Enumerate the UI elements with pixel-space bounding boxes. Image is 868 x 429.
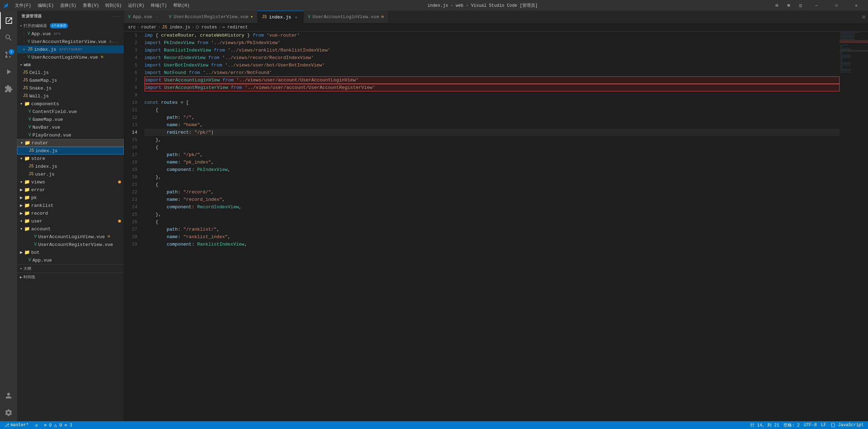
sidebar-item-store-index[interactable]: JS index.js [17,162,124,170]
menu-bar[interactable]: 文件(F)编辑(E)选择(S)查看(V)转到(G)运行(R)终端(T)帮助(H) [12,2,192,9]
code-line[interactable]: component: RanklistIndexView, [144,241,840,248]
menu-item[interactable]: 查看(V) [80,2,102,9]
search-activity-icon[interactable] [0,29,17,46]
code-line[interactable]: path: "/pk/", [144,151,840,159]
code-line[interactable]: path: "/ranklist/", [144,226,840,233]
menu-item[interactable]: 终端(T) [148,2,170,9]
maximize-button[interactable]: ❐ [828,0,845,11]
code-line[interactable]: import RecordIndexView from '../views/re… [144,54,840,61]
layout-btn2[interactable]: ⊠ [785,2,793,9]
tab-close-button[interactable]: · [154,14,160,20]
sidebar-item-contentfield[interactable]: V ContentField.vue [17,108,124,116]
code-line[interactable]: import UserAccountLoginView from '../vie… [144,76,840,84]
code-line[interactable]: import PkIndexView from '../views/pk/PkI… [144,39,840,47]
code-line[interactable]: }, [144,136,840,144]
code-line[interactable]: const routes = [ [144,99,840,106]
sidebar-item-registerview[interactable]: V UserAccountRegisterView.vue [17,241,124,248]
sidebar-folder-ranklist[interactable]: ▶ 📁 ranklist [17,202,124,209]
language-mode[interactable]: {} JavaScript [829,423,865,428]
sidebar-folder-account[interactable]: ▾ 📁 account [17,225,124,233]
sidebar-item-user-js[interactable]: JS user.js [17,170,124,178]
code-line[interactable]: name: "home", [144,121,840,129]
sidebar-folder-views[interactable]: ▾ 📁 views [17,178,124,186]
accounts-activity-icon[interactable] [0,387,17,404]
tab-app-vue[interactable]: V App.vue · [124,11,165,23]
close-icon[interactable]: · [23,39,25,44]
code-line[interactable]: import UserAccountRegisterView from '../… [144,84,840,91]
outline-toggle[interactable]: ▾ 大纲 [17,264,124,273]
open-file-login[interactable]: · V UserAccountLoginView.vue M [17,53,124,61]
code-line[interactable]: path: "/record/", [144,188,840,196]
sidebar-item-indexjs-router[interactable]: JS index.js [17,147,124,155]
layout-btn[interactable]: ⊟ [773,2,781,9]
open-file-indexjs[interactable]: ✕ JS index.js src\router [17,45,124,53]
timeline-toggle[interactable]: ▶ 时间线 [17,273,124,281]
menu-item[interactable]: 选择(S) [57,2,79,9]
menu-item[interactable]: 转到(G) [102,2,125,9]
sidebar-more-button[interactable]: ··· [112,14,120,18]
code-line[interactable]: import NotFound from '../views/error/Not… [144,69,840,76]
settings-activity-icon[interactable] [0,404,17,421]
sidebar-item-loginview[interactable]: V UserAccountLoginView.vue M [17,233,124,241]
code-line[interactable]: }, [144,211,840,218]
code-line[interactable]: name: "record_index", [144,196,840,203]
extensions-activity-icon[interactable] [0,80,17,97]
code-line[interactable]: imp { createRouter, createWebHistory } f… [144,32,840,39]
open-file-app-vue[interactable]: · V App.vue src [17,30,124,38]
tab-close-button[interactable]: ✕ [293,14,299,20]
close-icon[interactable]: · [23,55,25,60]
explorer-activity-icon[interactable] [0,12,17,29]
errors-status[interactable]: ⊘ 0 △ 0 ⊙ 3 [43,421,74,429]
breadcrumb-redirect[interactable]: ↪ redirect [222,25,248,30]
sync-status[interactable]: ↺ [33,421,39,429]
breadcrumb-src[interactable]: src [128,25,136,30]
encoding[interactable]: UTF-8 [803,423,818,428]
code-line[interactable]: component: RecordIndexView, [144,203,840,211]
menu-item[interactable]: 编辑(E) [35,2,57,9]
code-line[interactable]: path: "/", [144,114,840,121]
sidebar-item-gamemap-js[interactable]: JS GameMap.js [17,76,124,84]
code-line[interactable]: }, [144,173,840,181]
minimize-button[interactable]: — [808,0,825,11]
sidebar-folder-router[interactable]: ▾ 📁 router [17,139,124,147]
layout-btn3[interactable]: ◫ [796,2,805,9]
code-line[interactable]: import RanklistIndexView from '../views/… [144,47,840,54]
sidebar-item-app-vue[interactable]: V App.vue [17,256,124,264]
code-line[interactable]: { [144,106,840,114]
source-control-activity-icon[interactable]: 2 [0,46,17,63]
sidebar-folder-user[interactable]: ▾ 📁 user [17,217,124,225]
breadcrumb-indexjs[interactable]: JS index.js [162,25,190,30]
sidebar-item-wall-js[interactable]: JS Wall.js [17,92,124,100]
code-line[interactable]: { [144,144,840,151]
sidebar-folder-pk[interactable]: ▶ 📁 pk [17,194,124,202]
code-line[interactable]: component: PkIndexView, [144,166,840,173]
code-content[interactable]: imp { createRouter, createWebHistory } f… [142,32,840,421]
tab-login-vue[interactable]: V UserAccountLoginView.vue M [304,11,388,23]
sidebar-scroll[interactable]: ▾ 打开的编辑器 1个未保存 · V App.vue src · V UserA… [17,22,124,421]
sidebar-folder-record[interactable]: ▶ 📁 record [17,209,124,217]
breadcrumb-router[interactable]: router [141,25,157,30]
breadcrumb-routes[interactable]: ⬡ routes [196,25,217,30]
tab-indexjs[interactable]: JS index.js ✕ [258,11,304,23]
menu-item[interactable]: 运行(R) [125,2,147,9]
code-line[interactable]: name: "pk_index", [144,159,840,166]
menu-item[interactable]: 帮助(H) [170,2,192,9]
code-line[interactable]: name: "ranklist_index", [144,233,840,241]
web-folder-title[interactable]: ▾ WEB [17,61,124,69]
code-line[interactable]: { [144,181,840,188]
code-editor[interactable]: 1234567891011121314151617181920212223242… [124,32,868,421]
sidebar-item-gamemap-vue[interactable]: V GameMap.vue [17,116,124,123]
sidebar-item-playground[interactable]: V PlayGround.vue [17,131,124,139]
cursor-position[interactable]: 行 14, 列 21 [749,422,781,428]
code-line[interactable]: import UserBotIndexView from '../views/u… [144,61,840,69]
indent-size[interactable]: 空格: 2 [782,422,801,428]
close-icon[interactable]: · [23,31,25,36]
line-ending[interactable]: LF [820,423,827,428]
code-line[interactable] [144,91,840,99]
git-branch-status[interactable]: ⎇ master* [3,421,30,429]
sidebar-item-cell-js[interactable]: JS Cell.js [17,69,124,76]
split-editor-button[interactable]: ⊡ [859,11,868,23]
open-file-register[interactable]: · V UserAccountRegisterView.vue s... [17,38,124,45]
open-editors-toggle[interactable]: ▾ 打开的编辑器 1个未保存 [17,22,124,30]
close-button[interactable]: ✕ [848,0,864,11]
